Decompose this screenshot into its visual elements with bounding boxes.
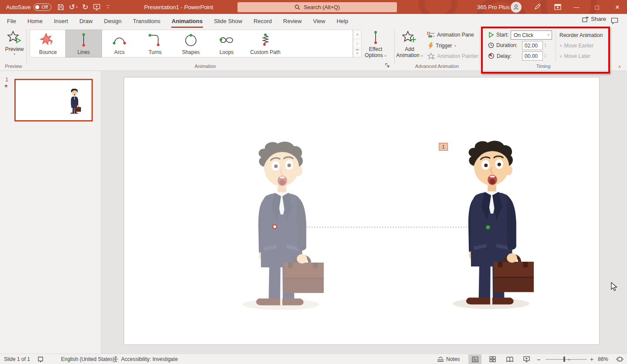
- fit-slide-to-window-button[interactable]: [613, 354, 626, 364]
- ribbon-display-options-icon[interactable]: [551, 0, 564, 14]
- chevron-down-icon: ˅: [384, 54, 386, 58]
- zoom-slider-track[interactable]: [546, 359, 587, 360]
- delay-spinner[interactable]: ˄˅: [542, 51, 548, 61]
- group-separator: [394, 30, 395, 64]
- redo-button[interactable]: ↻: [80, 3, 91, 12]
- slide-sorter-view-button[interactable]: [486, 354, 499, 364]
- group-separator: [27, 30, 27, 64]
- tab-transitions[interactable]: Transitions: [127, 14, 166, 28]
- loop-path-icon: [218, 33, 235, 47]
- gallery-more-icon[interactable]: ▔˅: [353, 48, 361, 57]
- maximize-button[interactable]: □: [587, 0, 607, 14]
- trigger-label: Trigger: [436, 43, 452, 49]
- add-animation-label: Add Animation ˅: [395, 46, 424, 59]
- autosave-toggle[interactable]: Off: [34, 3, 51, 11]
- slide[interactable]: 1: [124, 77, 600, 345]
- notes-icon: [437, 357, 444, 362]
- gallery-item-custom-path[interactable]: Custom Path: [244, 30, 286, 57]
- start-select-chevron-icon[interactable]: ˅: [545, 30, 552, 40]
- motion-path-end-handle[interactable]: [486, 225, 490, 229]
- animation-pane-icon: [427, 32, 435, 38]
- gallery-item-lines[interactable]: Lines: [66, 30, 102, 57]
- minimize-button[interactable]: —: [567, 0, 586, 14]
- gallery-item-shapes[interactable]: Shapes: [173, 30, 209, 57]
- arc-path-icon: [111, 33, 128, 47]
- gallery-scroll-down-icon[interactable]: ˅: [353, 39, 361, 48]
- add-animation-button[interactable]: Add Animation ˅: [395, 30, 424, 59]
- zoom-level[interactable]: 86%: [598, 354, 608, 364]
- search-icon: [295, 4, 300, 10]
- close-button[interactable]: ✕: [608, 0, 627, 14]
- timing-inner-separator: [556, 31, 556, 62]
- undo-dropdown-icon[interactable]: ˅: [76, 5, 78, 9]
- animation-star-icon[interactable]: ★: [4, 83, 8, 89]
- businessman-ghost-figure: [239, 140, 325, 311]
- animation-pane-button[interactable]: Animation Pane: [427, 32, 474, 38]
- gallery-scrollbar: ˄ ˅ ▔˅: [353, 30, 362, 57]
- gallery-item-turns[interactable]: Turns: [137, 30, 173, 57]
- duration-spinner[interactable]: ˄˅: [542, 41, 548, 50]
- tab-design[interactable]: Design: [98, 14, 127, 28]
- save-icon[interactable]: [55, 4, 66, 10]
- trigger-button[interactable]: Trigger ˅: [428, 42, 456, 49]
- tab-animations[interactable]: Animations: [166, 14, 208, 28]
- slideshow-view-button[interactable]: [520, 354, 533, 364]
- start-slideshow-icon[interactable]: [91, 4, 102, 10]
- language-status[interactable]: English (United States): [61, 354, 115, 364]
- coming-soon-pen-icon[interactable]: [531, 0, 544, 14]
- slides-panel: 1 ★: [0, 71, 101, 354]
- collapse-ribbon-icon[interactable]: ˄: [618, 64, 621, 69]
- gallery-item-arcs[interactable]: Arcs: [102, 30, 137, 57]
- delay-input[interactable]: 00.00: [522, 51, 543, 61]
- animation-painter-icon: [427, 53, 435, 60]
- share-button[interactable]: Share: [582, 16, 606, 22]
- delay-label: Delay:: [497, 53, 512, 59]
- slide-thumbnail[interactable]: [14, 79, 93, 121]
- reading-view-button[interactable]: [503, 354, 516, 364]
- tab-slide-show[interactable]: Slide Show: [208, 14, 248, 28]
- slide-indicator[interactable]: Slide 1 of 1: [4, 354, 30, 364]
- move-later-button[interactable]: ˅ Move Later: [559, 53, 590, 59]
- duration-clock-icon: [488, 42, 494, 48]
- preview-button[interactable]: Preview ˅: [0, 30, 29, 56]
- delay-clock-icon: [488, 53, 495, 59]
- spellcheck-icon[interactable]: [37, 354, 44, 364]
- comments-icon[interactable]: [611, 17, 618, 24]
- thumbnail-figure: [68, 88, 81, 115]
- animation-order-badge[interactable]: 1: [439, 143, 448, 151]
- tab-insert[interactable]: Insert: [48, 14, 74, 28]
- tab-file[interactable]: File: [0, 14, 22, 28]
- gallery-item-bounce[interactable]: Bounce: [30, 30, 66, 57]
- motion-path-start-handle[interactable]: [272, 224, 277, 229]
- move-earlier-button[interactable]: ˄ Move Earlier: [559, 43, 593, 49]
- tab-review[interactable]: Review: [278, 14, 308, 28]
- customize-qat-icon[interactable]: ⌄—: [102, 5, 114, 9]
- tab-record[interactable]: Record: [248, 14, 278, 28]
- normal-view-button[interactable]: [468, 354, 481, 364]
- titlebar: AutoSave Off ↺ ˅ ↻ ⌄— Presentation1 - Po…: [0, 0, 627, 14]
- animation-painter-button[interactable]: Animation Painter: [427, 53, 478, 60]
- slide-canvas[interactable]: 1: [101, 71, 627, 354]
- tab-home[interactable]: Home: [22, 14, 48, 28]
- zoom-slider-handle[interactable]: [563, 357, 565, 362]
- tab-help[interactable]: Help: [331, 14, 354, 28]
- effect-options-button[interactable]: Effect Options ˅: [362, 30, 389, 59]
- bounce-star-icon: [39, 33, 57, 47]
- avatar[interactable]: [511, 2, 522, 13]
- notes-button[interactable]: Notes: [437, 354, 460, 364]
- search-input[interactable]: Search (Alt+Q): [237, 2, 397, 12]
- tab-view[interactable]: View: [307, 14, 331, 28]
- animation-dialog-launcher-icon[interactable]: [385, 63, 390, 67]
- account-label[interactable]: 365 Pro Plus: [477, 4, 509, 10]
- autosave-label: AutoSave: [6, 4, 31, 10]
- start-label: Start:: [496, 32, 509, 38]
- tab-draw[interactable]: Draw: [74, 14, 98, 28]
- zoom-in-button[interactable]: +: [590, 354, 593, 364]
- businessman-figure[interactable]: [449, 139, 535, 310]
- accessibility-status[interactable]: Accessibility: Investigate: [112, 354, 178, 364]
- zoom-out-button[interactable]: −: [537, 354, 541, 364]
- gallery-scroll-up-icon[interactable]: ˄: [353, 30, 361, 39]
- start-row: Start:: [488, 32, 509, 38]
- duration-input[interactable]: 02.00: [522, 41, 543, 50]
- gallery-item-loops[interactable]: Loops: [209, 30, 244, 57]
